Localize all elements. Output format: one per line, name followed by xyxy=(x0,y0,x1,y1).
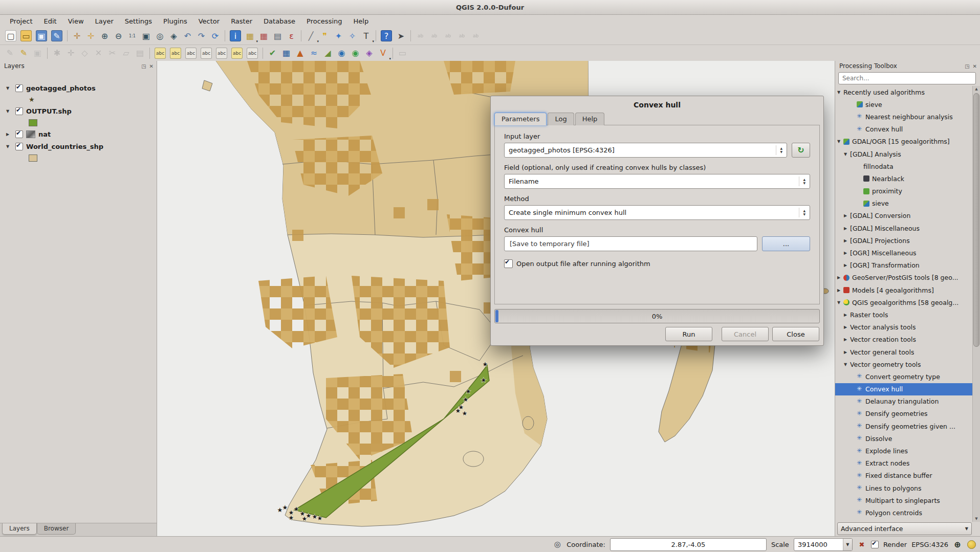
toolbox-item-polygonize[interactable]: Polygonize xyxy=(835,519,973,522)
open-project-icon[interactable]: ▭ xyxy=(20,30,32,41)
interpolation-icon[interactable]: ◢ xyxy=(321,47,335,60)
input-layer-combo[interactable]: geotagged_photos [EPSG:4326] xyxy=(504,143,787,158)
collapse-arrow-icon[interactable] xyxy=(844,362,850,367)
layer-checkbox[interactable] xyxy=(15,143,23,150)
tab-log[interactable]: Log xyxy=(548,113,574,125)
label-rotate-icon[interactable]: abc xyxy=(201,48,212,59)
pan-map-icon[interactable]: ✛ xyxy=(70,29,84,42)
output-file-input[interactable] xyxy=(509,239,753,248)
reload-layers-button[interactable] xyxy=(792,143,810,158)
processing-check-icon[interactable]: ✔ xyxy=(266,47,279,60)
toolbox-item-gdal-ogr-15-geoalgorithms[interactable]: GDAL/OGR [15 geoalgorithms] xyxy=(835,136,973,148)
zoom-in-icon[interactable]: ⊕ xyxy=(98,29,112,42)
collapse-arrow-icon[interactable] xyxy=(837,90,843,95)
crs-status-icon[interactable] xyxy=(953,540,962,549)
toolbox-item-convert-geometry-type[interactable]: Convert geometry type xyxy=(835,370,973,383)
toolbox-item-fillnodata[interactable]: fillnodata xyxy=(835,160,973,172)
label-move-icon[interactable]: abc xyxy=(185,48,197,59)
zoom-next-icon[interactable]: ↷ xyxy=(194,29,208,42)
coordinate-capture-icon[interactable] xyxy=(553,540,562,549)
toolbox-item-explode-lines[interactable]: Explode lines xyxy=(835,445,973,457)
collapse-arrow-icon[interactable] xyxy=(6,144,12,149)
messages-icon[interactable] xyxy=(967,540,976,549)
zoom-to-layer-icon[interactable]: ◈ xyxy=(167,29,181,42)
vertex-tool-icon[interactable]: V▾ xyxy=(376,47,390,60)
collapse-arrow-icon[interactable] xyxy=(837,300,843,305)
toolbox-item-ogr-miscellaneous[interactable]: [OGR] Miscellaneous xyxy=(835,247,973,259)
coordinate-input[interactable] xyxy=(610,538,767,551)
menu-help[interactable]: Help xyxy=(348,16,375,27)
zoom-last-icon[interactable]: ↶ xyxy=(181,29,194,42)
contour-icon[interactable]: ≈ xyxy=(307,47,321,60)
show-bookmarks-icon[interactable]: ✧ xyxy=(345,29,359,42)
label-pin-icon[interactable]: abc xyxy=(231,48,243,59)
expand-arrow-icon[interactable] xyxy=(844,213,850,218)
menu-view[interactable]: View xyxy=(62,16,90,27)
toolbox-item-ogr-transformation[interactable]: [OGR] Transformation xyxy=(835,259,973,272)
label-feature-icon[interactable]: abc xyxy=(170,48,181,59)
measure-icon[interactable]: ╱▾ xyxy=(304,29,318,42)
toolbox-item-recently-used-algorithms[interactable]: Recently used algorithms xyxy=(835,86,973,98)
dropdown-arrow-icon[interactable]: ▾ xyxy=(389,57,391,61)
menu-database[interactable]: Database xyxy=(258,16,301,27)
close-button[interactable]: Close xyxy=(772,327,819,341)
toolbox-item-gdal-miscellaneous[interactable]: [GDAL] Miscellaneous xyxy=(835,222,973,234)
method-combo[interactable]: Create single minimum convex hull xyxy=(504,205,810,220)
heatmap-icon[interactable]: ▲ xyxy=(293,47,307,60)
tab-parameters[interactable]: Parameters xyxy=(494,113,547,125)
interface-mode-combo[interactable]: Advanced interface ▼ xyxy=(837,522,972,535)
toolbox-item-multipart-to-singleparts[interactable]: Multipart to singleparts xyxy=(835,494,973,506)
toolbox-item-convex-hull[interactable]: Convex hull xyxy=(835,383,973,395)
map-tips-icon[interactable]: ❞ xyxy=(318,29,332,42)
toolbox-item-raster-tools[interactable]: Raster tools xyxy=(835,308,973,321)
close-panel-icon[interactable]: ✕ xyxy=(149,63,154,69)
help-contents-icon[interactable]: ? xyxy=(381,30,392,41)
toolbox-item-vector-analysis-tools[interactable]: Vector analysis tools xyxy=(835,321,973,334)
menu-layer[interactable]: Layer xyxy=(90,16,119,27)
menu-project[interactable]: Project xyxy=(4,16,38,27)
collapse-arrow-icon[interactable] xyxy=(844,152,850,157)
close-panel-icon[interactable]: ✕ xyxy=(973,63,977,69)
tab-help[interactable]: Help xyxy=(575,113,605,125)
raster-checker-icon[interactable]: ▦ xyxy=(279,47,293,60)
toolbox-item-vector-geometry-tools[interactable]: Vector geometry tools xyxy=(835,358,973,370)
layer-item-output-shp[interactable]: OUTPUT.shp xyxy=(0,105,157,117)
toolbox-item-nearest-neighbour-analysis[interactable]: Nearest neighbour analysis xyxy=(835,111,973,123)
menu-plugins[interactable]: Plugins xyxy=(158,16,193,27)
select-features-icon[interactable]: ▦▾ xyxy=(243,29,257,42)
expand-arrow-icon[interactable] xyxy=(844,263,850,268)
zoom-out-icon[interactable]: ⊖ xyxy=(112,29,125,42)
toolbox-item-densify-geometries-given[interactable]: Densify geometries given ... xyxy=(835,420,973,432)
scroll-up-icon[interactable]: ▲ xyxy=(973,86,980,92)
toolbox-item-densify-geometries[interactable]: Densify geometries xyxy=(835,408,973,420)
toolbox-item-extract-nodes[interactable]: Extract nodes xyxy=(835,457,973,470)
menu-raster[interactable]: Raster xyxy=(225,16,258,27)
collapse-arrow-icon[interactable] xyxy=(6,109,12,114)
toolbox-item-models-4-geoalgorithms[interactable]: Models [4 geoalgorithms] xyxy=(835,284,973,296)
toolbox-item-qgis-geoalgorithms-58-geoalg[interactable]: QGIS geoalgorithms [58 geoalg... xyxy=(835,296,973,308)
field-combo[interactable]: Filename xyxy=(504,174,810,189)
toolbox-item-gdal-analysis[interactable]: [GDAL] Analysis xyxy=(835,148,973,160)
expand-arrow-icon[interactable] xyxy=(844,337,850,342)
toolbox-item-lines-to-polygons[interactable]: Lines to polygons xyxy=(835,482,973,494)
browse-button[interactable]: ... xyxy=(762,236,810,251)
float-panel-icon[interactable]: ◳ xyxy=(141,63,146,69)
layer-item-world-countries[interactable]: World_countries_shp xyxy=(0,140,157,152)
zoom-full-icon[interactable]: ▣ xyxy=(139,29,153,42)
save-project-icon[interactable]: ▣ xyxy=(36,30,47,41)
menu-settings[interactable]: Settings xyxy=(119,16,158,27)
collapse-arrow-icon[interactable] xyxy=(837,139,843,144)
openlayers-icon[interactable]: ◉ xyxy=(349,47,362,60)
toggle-editing-icon[interactable]: ✎ xyxy=(17,47,31,60)
expand-arrow-icon[interactable] xyxy=(844,313,850,317)
expand-arrow-icon[interactable] xyxy=(844,350,850,355)
open-output-checkbox[interactable] xyxy=(504,259,513,268)
expand-arrow-icon[interactable] xyxy=(837,288,843,293)
expand-arrow-icon[interactable] xyxy=(844,325,850,329)
collapse-arrow-icon[interactable] xyxy=(6,86,12,91)
scrollbar-thumb[interactable] xyxy=(973,93,979,347)
menu-vector[interactable]: Vector xyxy=(193,16,225,27)
label-change-icon[interactable]: abc xyxy=(216,48,227,59)
new-project-icon[interactable]: ▢ xyxy=(5,30,16,41)
scroll-down-icon[interactable]: ▼ xyxy=(973,516,980,522)
